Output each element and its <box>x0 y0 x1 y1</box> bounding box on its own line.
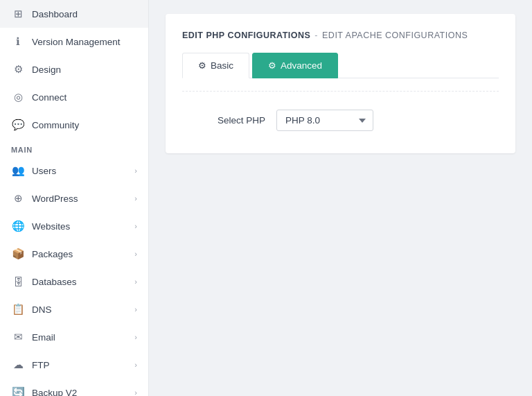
community-icon: 💬 <box>11 118 25 132</box>
chevron-icon: › <box>134 277 137 286</box>
tab-basic[interactable]: Basic <box>182 53 249 78</box>
sidebar-item-users[interactable]: 👥 Users › <box>0 157 148 184</box>
chevron-icon: › <box>134 166 137 175</box>
page-header-separator: - <box>314 31 318 40</box>
sidebar-item-label: DNS <box>32 304 127 315</box>
websites-icon: 🌐 <box>11 219 25 233</box>
sidebar-item-label: WordPress <box>32 193 127 204</box>
backupv2-icon: 🔄 <box>11 386 25 396</box>
sidebar-item-community[interactable]: 💬 Community <box>0 111 148 139</box>
sidebar-item-websites[interactable]: 🌐 Websites › <box>0 212 148 240</box>
sidebar-item-label: Community <box>32 120 137 130</box>
divider <box>182 91 499 92</box>
sidebar-item-label: Packages <box>32 249 127 259</box>
tabs-row: Basic Advanced <box>182 53 499 78</box>
sidebar-item-email[interactable]: ✉ Email › <box>0 323 148 351</box>
wordpress-icon: ⊕ <box>11 191 25 205</box>
php-version-select[interactable]: PHP 5.6 PHP 7.0 PHP 7.1 PHP 7.2 PHP 7.3 … <box>276 110 373 131</box>
chevron-icon: › <box>134 305 137 313</box>
email-icon: ✉ <box>11 330 25 344</box>
sidebar: ⊞ Dashboard ℹ Version Management ⚙ Desig… <box>0 0 149 396</box>
sidebar-item-label: Websites <box>32 221 127 232</box>
tab-basic-label: Basic <box>211 60 233 71</box>
chevron-icon: › <box>134 250 137 258</box>
tab-advanced[interactable]: Advanced <box>252 53 338 78</box>
sliders-icon <box>268 60 276 71</box>
sidebar-item-connect[interactable]: ◎ Connect <box>0 83 148 111</box>
packages-icon: 📦 <box>11 247 25 261</box>
ftp-icon: ☁ <box>11 358 25 372</box>
chevron-icon: › <box>134 222 137 230</box>
version-icon: ℹ <box>11 35 25 49</box>
sidebar-item-label: Email <box>32 332 127 343</box>
page-header: EDIT PHP CONFIGURATIONS - EDIT APACHE CO… <box>182 31 499 40</box>
content-card: EDIT PHP CONFIGURATIONS - EDIT APACHE CO… <box>166 14 515 153</box>
sidebar-item-label: Backup V2 <box>32 388 127 397</box>
sidebar-item-label: FTP <box>32 360 127 370</box>
sidebar-item-packages[interactable]: 📦 Packages › <box>0 240 148 268</box>
page-header-secondary[interactable]: EDIT APACHE CONFIGURATIONS <box>322 31 468 40</box>
sidebar-item-label: Version Management <box>32 37 137 47</box>
sidebar-item-label: Users <box>32 166 127 176</box>
select-php-label: Select PHP <box>182 115 265 126</box>
form-row: Select PHP PHP 5.6 PHP 7.0 PHP 7.1 PHP 7… <box>182 104 499 137</box>
chevron-icon: › <box>134 194 137 203</box>
sidebar-item-label: Connect <box>32 92 137 103</box>
tab-advanced-label: Advanced <box>281 60 322 71</box>
design-icon: ⚙ <box>11 62 25 76</box>
sidebar-item-design[interactable]: ⚙ Design <box>0 55 148 83</box>
main-content: EDIT PHP CONFIGURATIONS - EDIT APACHE CO… <box>149 0 532 396</box>
sidebar-item-wordpress[interactable]: ⊕ WordPress › <box>0 184 148 212</box>
sidebar-item-backup-v2[interactable]: 🔄 Backup V2 › <box>0 379 148 396</box>
connect-icon: ◎ <box>11 90 25 104</box>
page-header-primary: EDIT PHP CONFIGURATIONS <box>182 31 310 40</box>
sidebar-item-ftp[interactable]: ☁ FTP › <box>0 351 148 379</box>
sidebar-item-databases[interactable]: 🗄 Databases › <box>0 268 148 295</box>
sidebar-item-dashboard[interactable]: ⊞ Dashboard <box>0 0 148 28</box>
sidebar-item-label: Dashboard <box>32 9 137 19</box>
dashboard-icon: ⊞ <box>11 7 25 21</box>
users-icon: 👥 <box>11 164 25 178</box>
sidebar-item-dns[interactable]: 📋 DNS › <box>0 295 148 323</box>
chevron-icon: › <box>134 388 137 396</box>
chevron-icon: › <box>134 333 137 341</box>
sidebar-item-label: Design <box>32 64 137 75</box>
sidebar-item-version-management[interactable]: ℹ Version Management <box>0 28 148 55</box>
dns-icon: 📋 <box>11 302 25 316</box>
databases-icon: 🗄 <box>11 275 25 289</box>
gear-icon <box>198 60 206 71</box>
sidebar-section-label: MAIN <box>0 139 148 157</box>
chevron-icon: › <box>134 361 137 369</box>
sidebar-item-label: Databases <box>32 277 127 287</box>
